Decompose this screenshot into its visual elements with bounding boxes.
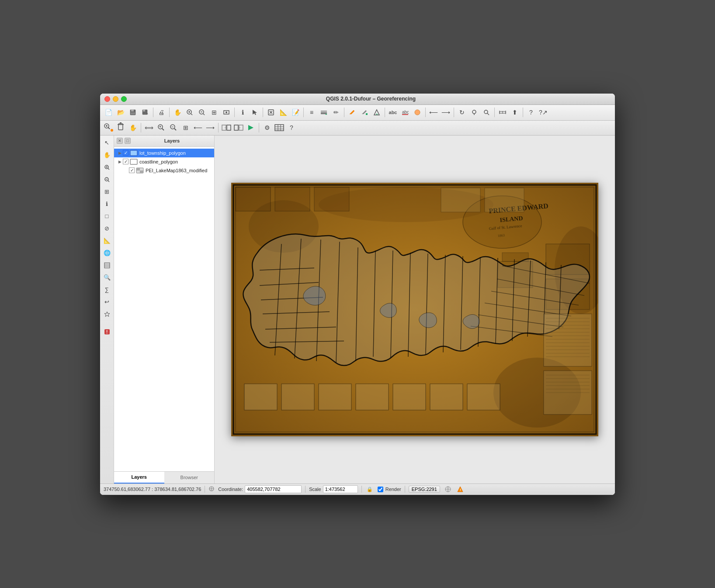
lock-scale-button[interactable]: 🔒 xyxy=(365,485,374,494)
svg-rect-76 xyxy=(130,159,137,164)
zoom-in-left-button[interactable] xyxy=(101,162,113,173)
symbology-button[interactable] xyxy=(412,107,423,118)
tab-browser[interactable]: Browser xyxy=(164,472,215,484)
add-layer-button[interactable]: + xyxy=(318,107,330,118)
close-button[interactable] xyxy=(104,96,110,102)
identify-left-button[interactable]: ℹ xyxy=(101,198,113,210)
zoom-full-button[interactable]: ⊞ xyxy=(208,107,220,118)
maximize-button[interactable] xyxy=(121,96,127,102)
layer-item-lot-township[interactable]: ▶ ✓ lot_township_polygon xyxy=(114,149,214,157)
zoom-out-left-button[interactable] xyxy=(101,174,113,185)
delete-gcpoint-button[interactable] xyxy=(115,122,126,133)
zoom-next-georef-button[interactable]: ⟶ xyxy=(205,122,216,133)
select-button[interactable] xyxy=(249,107,260,118)
zoom-layer-button[interactable] xyxy=(221,107,232,118)
layer-checkbox-1[interactable]: ✓ xyxy=(123,150,128,156)
open-file-button[interactable]: 📂 xyxy=(115,107,126,118)
layer-expand-icon-2[interactable]: ▶ xyxy=(117,159,123,165)
statusbar: 374750.61,683062.77 : 378634.81,686702.7… xyxy=(100,484,615,495)
remove-label-button[interactable]: abc xyxy=(399,107,411,118)
panel-close-button[interactable]: ✕ xyxy=(117,138,123,144)
add-gcpoint-button[interactable] xyxy=(103,122,114,133)
move-gcpoint-button[interactable]: ✋ xyxy=(127,122,139,133)
zoom-next-button[interactable]: ⟶ xyxy=(440,107,451,118)
save-edits-button[interactable] xyxy=(359,107,370,118)
scale-input[interactable] xyxy=(323,485,358,493)
add-feature-button[interactable]: + xyxy=(371,107,382,118)
search-button[interactable] xyxy=(481,107,492,118)
render-field: Render xyxy=(378,487,401,492)
panel-float-button[interactable]: □ xyxy=(125,138,131,144)
minimize-button[interactable] xyxy=(113,96,118,102)
select-left-button[interactable]: □ xyxy=(101,211,113,222)
tab-layers[interactable]: Layers xyxy=(114,472,164,484)
measure-button[interactable]: 📐 xyxy=(278,107,289,118)
toggle-edit-button[interactable] xyxy=(347,107,358,118)
help-button[interactable]: ? xyxy=(525,107,537,118)
measure-left-button[interactable]: 📐 xyxy=(101,235,113,247)
identify-button[interactable]: ℹ xyxy=(237,107,248,118)
whats-this-button[interactable]: ?↗ xyxy=(538,107,549,118)
start-georef-button[interactable] xyxy=(245,122,257,133)
save-as-button[interactable]: + xyxy=(139,107,151,118)
error-button[interactable]: ! xyxy=(101,326,113,337)
geocode-button[interactable] xyxy=(469,107,480,118)
north-arrow-button[interactable]: ⬆ xyxy=(509,107,521,118)
globe-button[interactable]: 🌐 xyxy=(101,247,113,259)
svg-rect-93 xyxy=(275,187,310,211)
layer-item-coastline[interactable]: ▶ ✓ coastline_polygon xyxy=(114,157,214,166)
annotation-button[interactable]: 📝 xyxy=(290,107,301,118)
deselect-button[interactable] xyxy=(265,107,277,118)
touch-button[interactable]: ↖ xyxy=(101,137,113,149)
digitize-button[interactable]: ✏ xyxy=(330,107,342,118)
label-button[interactable]: abc xyxy=(387,107,399,118)
sec-sep-3 xyxy=(259,123,259,132)
gcpoint-table-button[interactable] xyxy=(274,122,285,133)
toolbar-sep-1 xyxy=(153,108,153,117)
deselect-left-button[interactable]: ⊘ xyxy=(101,223,113,234)
layer-expand-spacer xyxy=(117,167,129,174)
layer-item-pei-raster[interactable]: ✓ PEI_LakeMap1863_modified xyxy=(114,166,214,175)
status-divider-4 xyxy=(405,486,405,493)
zoom-full-georef-button[interactable]: ⊞ xyxy=(180,122,191,133)
save-button[interactable] xyxy=(127,107,139,118)
render-checkbox[interactable] xyxy=(378,487,383,492)
calculator-button[interactable]: ∑ xyxy=(101,284,113,296)
projection-settings-button[interactable] xyxy=(444,485,452,494)
map-canvas-area[interactable]: PRINCE EDWARD ISLAND Gulf of St. Lawrenc… xyxy=(215,136,615,484)
svg-rect-20 xyxy=(321,111,327,111)
map-display: PRINCE EDWARD ISLAND Gulf of St. Lawrenc… xyxy=(231,183,598,436)
layer-expand-icon-1[interactable]: ▶ xyxy=(117,150,123,156)
pan-georef-button[interactable]: ⟺ xyxy=(143,122,155,133)
zoom-in-georef-button[interactable]: + xyxy=(156,122,167,133)
left-toolbar: ↖ ✋ ⊞ ℹ □ ⊘ 📐 🌐 🔍 ∑ ↩ ! xyxy=(100,136,114,484)
layer-checkbox-3[interactable]: ✓ xyxy=(129,167,135,173)
scale-bar-button[interactable] xyxy=(497,107,508,118)
zoom-full-left-button[interactable]: ⊞ xyxy=(101,186,113,198)
link-qgis-button[interactable] xyxy=(233,122,244,133)
warning-button[interactable]: ! xyxy=(456,485,465,494)
link-geo-button[interactable] xyxy=(221,122,232,133)
zoom-last-georef-button[interactable]: ⟵ xyxy=(192,122,204,133)
coordinate-input[interactable] xyxy=(245,485,302,493)
settings-left-button[interactable] xyxy=(101,309,113,320)
zoom-prev-button[interactable]: ⟵ xyxy=(428,107,439,118)
pan-left-button[interactable]: ✋ xyxy=(101,150,113,161)
print-button[interactable]: 🖨 xyxy=(156,107,167,118)
new-file-button[interactable]: 📄 xyxy=(103,107,114,118)
pan-button[interactable]: ✋ xyxy=(172,107,183,118)
query-button[interactable]: 🔍 xyxy=(101,272,113,283)
layer-order-button[interactable]: ≡ xyxy=(306,107,317,118)
history-button[interactable]: ↩ xyxy=(101,296,113,308)
zoom-in-button[interactable] xyxy=(184,107,195,118)
zoom-out-georef-button[interactable]: − xyxy=(168,122,179,133)
layer-checkbox-2[interactable]: ✓ xyxy=(123,159,128,164)
render-label: Render xyxy=(385,487,401,492)
epsg-button[interactable]: EPSG:2291 xyxy=(409,486,440,493)
refresh-button[interactable]: ↻ xyxy=(456,107,468,118)
svg-rect-129 xyxy=(356,384,389,410)
attribute-button[interactable] xyxy=(101,260,113,271)
zoom-out-button[interactable] xyxy=(196,107,208,118)
settings-georef-button[interactable]: ⚙ xyxy=(261,122,273,133)
help-georef-button[interactable]: ? xyxy=(286,122,297,133)
